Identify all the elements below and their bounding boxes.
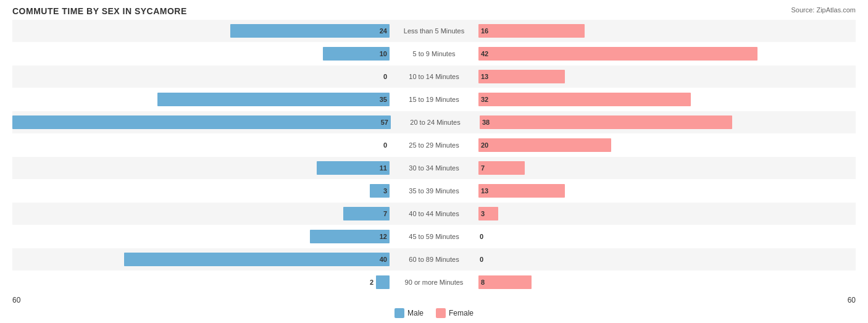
right-section: 16: [477, 20, 856, 42]
source-label: Source: ZipAtlas.com: [791, 6, 856, 14]
male-value: 40: [380, 256, 387, 263]
rows-wrapper: 24 Less than 5 Minutes 16 10 5 to 9 Minu…: [12, 20, 856, 293]
table-row: 2 90 or more Minutes 8: [12, 271, 856, 293]
female-value: 13: [481, 187, 488, 195]
female-bar: 13: [478, 70, 565, 83]
left-section: 10: [12, 43, 391, 65]
table-row: 7 40 to 44 Minutes 3: [12, 203, 856, 225]
female-value: 8: [481, 279, 485, 286]
male-bar: [376, 275, 390, 289]
left-section: 57: [12, 111, 392, 133]
axis-right: 60: [848, 296, 856, 304]
row-label-container: 10 to 14 Minutes: [391, 65, 477, 88]
right-section: 38: [478, 111, 856, 133]
female-bar: 32: [478, 93, 691, 106]
row-label: 5 to 9 Minutes: [412, 50, 455, 57]
table-row: 10 5 to 9 Minutes 42: [12, 43, 856, 65]
right-section: 13: [477, 180, 856, 202]
row-label: 90 or more Minutes: [405, 279, 464, 286]
female-value: 32: [481, 96, 488, 103]
legend-female: Female: [436, 308, 474, 318]
table-row: 3 35 to 39 Minutes 13: [12, 180, 856, 202]
female-bar: 7: [478, 161, 525, 175]
table-row: 11 30 to 34 Minutes 7: [12, 157, 856, 179]
female-value: 7: [481, 164, 485, 172]
male-bar: 11: [317, 161, 390, 175]
row-label-container: 20 to 24 Minutes: [392, 111, 478, 133]
table-row: 12 45 to 59 Minutes 0: [12, 225, 856, 248]
left-section: 0: [12, 65, 391, 88]
right-section: 0: [477, 225, 856, 248]
legend: Male Female: [12, 308, 856, 318]
row-label-container: 35 to 39 Minutes: [391, 180, 477, 202]
right-section: 7: [477, 157, 856, 179]
table-row: 35 15 to 19 Minutes 32: [12, 88, 856, 111]
female-bar: 20: [478, 138, 611, 152]
row-label: 25 to 29 Minutes: [409, 141, 459, 149]
row-label-container: 15 to 19 Minutes: [391, 88, 477, 111]
male-value: 3: [383, 187, 387, 195]
female-value: 16: [481, 27, 488, 35]
female-bar: 13: [478, 184, 565, 198]
row-label-container: 30 to 34 Minutes: [391, 157, 477, 179]
row-label: 40 to 44 Minutes: [409, 210, 459, 217]
right-section: 13: [477, 65, 856, 88]
female-bar: 42: [478, 47, 757, 61]
row-label: 10 to 14 Minutes: [409, 73, 459, 80]
female-bar: 38: [480, 115, 732, 129]
left-section: 24: [12, 20, 391, 42]
female-value: 3: [481, 210, 485, 217]
right-section: 32: [477, 88, 856, 111]
right-section: 20: [477, 134, 856, 156]
male-value: 12: [380, 233, 387, 240]
row-label: 45 to 59 Minutes: [409, 233, 459, 240]
legend-female-label: Female: [449, 309, 474, 317]
row-label-container: 90 or more Minutes: [391, 271, 477, 293]
row-label-container: 60 to 89 Minutes: [391, 248, 477, 271]
male-bar: 10: [323, 47, 390, 61]
left-section: 3: [12, 180, 391, 202]
male-value: 35: [380, 96, 387, 103]
female-zero: 0: [480, 233, 483, 240]
row-label: 15 to 19 Minutes: [409, 96, 459, 103]
table-row: 24 Less than 5 Minutes 16: [12, 20, 856, 42]
legend-male: Male: [394, 308, 424, 318]
left-section: 11: [12, 157, 391, 179]
male-value: 7: [383, 210, 387, 217]
row-label-container: Less than 5 Minutes: [391, 20, 477, 42]
male-bar: 7: [343, 207, 390, 220]
left-section: 35: [12, 88, 391, 111]
female-bar: 16: [478, 24, 585, 38]
male-bar: 35: [157, 93, 390, 106]
row-label: Less than 5 Minutes: [404, 27, 464, 35]
axis-left: 60: [12, 296, 20, 304]
legend-female-box: [436, 308, 446, 318]
row-label-container: 25 to 29 Minutes: [391, 134, 477, 156]
male-zero: 0: [383, 141, 387, 149]
left-section: 0: [12, 134, 391, 156]
female-value: 20: [481, 141, 488, 149]
male-value: 24: [380, 27, 387, 35]
male-zero: 0: [383, 73, 387, 80]
male-bar: 24: [230, 24, 390, 38]
left-section: 7: [12, 203, 391, 225]
female-value: 38: [482, 119, 490, 126]
male-bar: 12: [310, 230, 390, 243]
row-label: 20 to 24 Minutes: [410, 119, 460, 126]
male-bar: 3: [370, 184, 390, 198]
row-label-container: 40 to 44 Minutes: [391, 203, 477, 225]
left-section: 12: [12, 225, 391, 248]
legend-male-box: [394, 308, 404, 318]
male-value: 57: [381, 119, 388, 126]
right-section: 3: [477, 203, 856, 225]
male-value-outside: 2: [370, 279, 373, 286]
left-section: 40: [12, 248, 391, 271]
table-row: 0 10 to 14 Minutes 13: [12, 65, 856, 88]
axis-row: 60 60: [12, 296, 856, 304]
row-label-container: 45 to 59 Minutes: [391, 225, 477, 248]
right-section: 42: [477, 43, 856, 65]
male-value: 11: [380, 164, 387, 172]
left-section: 2: [12, 271, 391, 293]
row-label: 30 to 34 Minutes: [409, 164, 459, 172]
chart-title: COMMUTE TIME BY SEX IN SYCAMORE: [12, 6, 856, 16]
